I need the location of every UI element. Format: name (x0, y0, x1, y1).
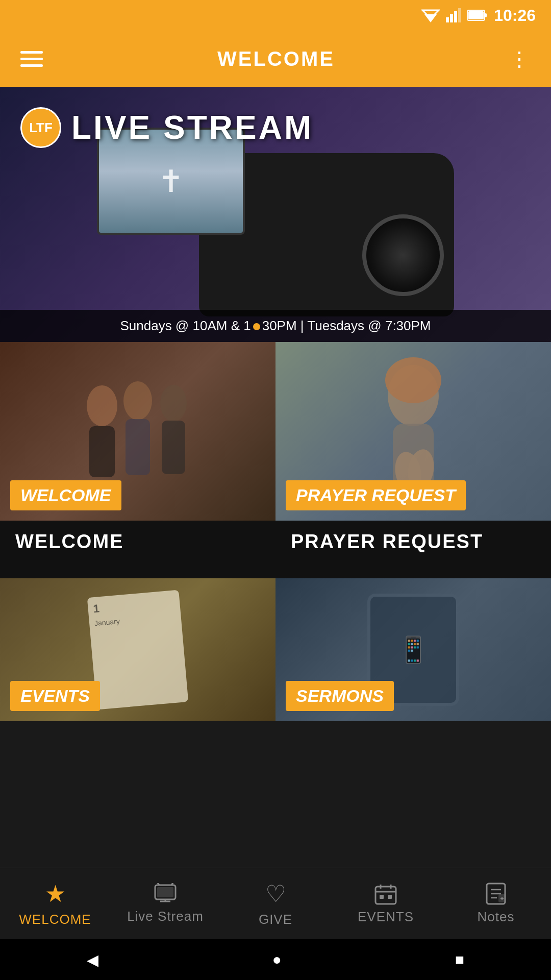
nav-notes-icon (485, 883, 507, 905)
status-time: 10:26 (494, 6, 536, 25)
welcome-titles-row: WELCOME PRAYER REQUEST (0, 521, 551, 563)
prayer-card-image[interactable]: PRAYER REQUEST (276, 342, 551, 521)
nav-item-events[interactable]: EVENTS (331, 883, 441, 925)
svg-rect-4 (454, 11, 457, 22)
bottom-navigation: ★ WELCOME Live Stream ♡ GIVE EVENTS (0, 868, 551, 939)
svg-rect-3 (450, 14, 453, 22)
prayer-card-label: PRAYER REQUEST (286, 480, 466, 510)
svg-point-13 (160, 385, 187, 422)
app-bar-title: WELCOME (217, 47, 335, 70)
svg-rect-10 (89, 426, 115, 477)
nav-livestream-label: Live Stream (127, 909, 204, 924)
signal-icon (446, 8, 461, 22)
svg-rect-8 (468, 11, 484, 19)
home-button[interactable]: ● (272, 951, 281, 968)
events-card-label: EVENTS (10, 681, 100, 711)
schedule-text: Sundays @ 10AM & 130PM | Tuesdays @ 7:30… (120, 318, 431, 333)
nav-welcome-label: WELCOME (19, 912, 91, 927)
svg-rect-7 (485, 13, 487, 17)
svg-rect-2 (446, 17, 449, 22)
nav-livestream-icon (153, 883, 178, 904)
welcome-card-label: WELCOME (10, 480, 121, 510)
hero-title: LTF LIVE STREAM (20, 107, 313, 148)
system-nav-bar: ◀ ● ■ (0, 939, 551, 980)
svg-point-17 (385, 357, 441, 403)
schedule-banner: Sundays @ 10AM & 130PM | Tuesdays @ 7:30… (0, 310, 551, 342)
svg-rect-21 (157, 887, 173, 897)
events-card-image[interactable]: 1January EVENTS (0, 578, 276, 721)
ltf-logo: LTF (20, 107, 61, 148)
status-bar: 10:26 (0, 0, 551, 31)
wifi-icon (421, 8, 440, 22)
battery-icon (467, 9, 488, 21)
more-options-icon[interactable]: ⋮ (509, 47, 531, 70)
svg-rect-31 (388, 895, 392, 899)
cross-symbol: ✝ (158, 163, 184, 199)
events-sermons-section: 1January EVENTS 📱 SERMONS (0, 578, 551, 721)
calendar-visual: 1January (87, 590, 188, 710)
spacer (0, 563, 551, 578)
welcome-card-title: WELCOME (0, 521, 276, 558)
nav-events-label: EVENTS (358, 909, 414, 925)
nav-welcome-icon: ★ (45, 880, 66, 908)
svg-rect-30 (380, 895, 384, 899)
nav-events-icon (373, 883, 398, 905)
nav-notes-label: Notes (478, 909, 515, 925)
nav-item-notes[interactable]: Notes (441, 883, 551, 925)
camera-lens (362, 214, 444, 296)
hamburger-menu-icon[interactable] (20, 51, 43, 67)
welcome-prayer-section: WELCOME PRAYER REQUEST (0, 342, 551, 521)
svg-rect-12 (126, 419, 150, 475)
recents-button[interactable]: ■ (455, 951, 464, 968)
nav-give-label: GIVE (259, 912, 292, 927)
svg-rect-14 (162, 421, 185, 474)
svg-point-9 (87, 385, 117, 426)
nav-item-welcome[interactable]: ★ WELCOME (0, 880, 110, 927)
tablet-icon: 📱 (397, 635, 429, 665)
schedule-dot (253, 323, 260, 330)
status-icons: 10:26 (421, 6, 536, 25)
back-button[interactable]: ◀ (87, 951, 98, 969)
nav-item-livestream[interactable]: Live Stream (110, 883, 220, 924)
welcome-card-image[interactable]: WELCOME (0, 342, 276, 521)
prayer-card-title: PRAYER REQUEST (276, 521, 551, 558)
hero-section[interactable]: ✝ LTF LIVE STREAM Sundays @ 10AM & 130PM… (0, 87, 551, 342)
nav-item-give[interactable]: ♡ GIVE (220, 880, 331, 927)
sermons-card-label: SERMONS (286, 681, 394, 711)
app-bar: WELCOME ⋮ (0, 31, 551, 87)
svg-rect-5 (458, 8, 461, 22)
svg-rect-26 (375, 887, 396, 904)
svg-point-11 (123, 381, 152, 420)
sermons-card-image[interactable]: 📱 SERMONS (276, 578, 551, 721)
hero-stream-title: LIVE STREAM (71, 109, 313, 146)
nav-give-icon: ♡ (265, 880, 286, 908)
